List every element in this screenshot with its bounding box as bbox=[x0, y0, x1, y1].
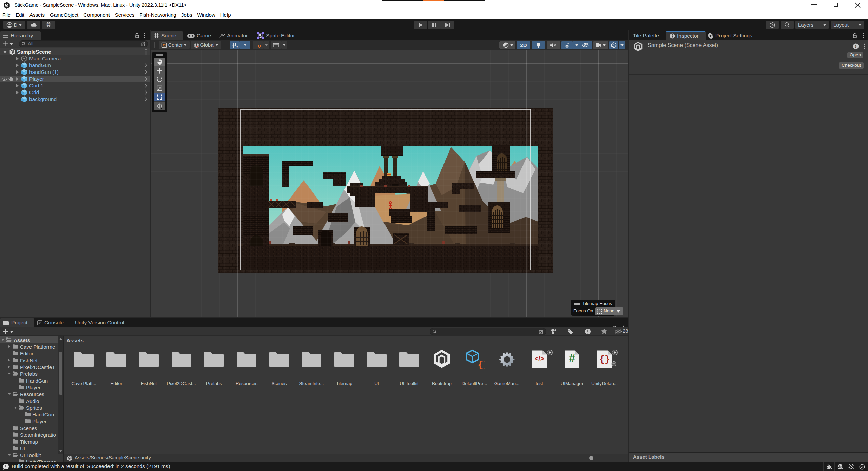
svg-text:Y: Y bbox=[236, 45, 237, 48]
svg-text:{}: {} bbox=[599, 355, 610, 365]
svg-text:{}: {} bbox=[478, 360, 485, 369]
svg-text:</>: </> bbox=[535, 355, 544, 362]
svg-text:#: # bbox=[569, 352, 575, 365]
svg-text:?: ? bbox=[855, 44, 857, 49]
svg-text:D: D bbox=[47, 23, 49, 26]
